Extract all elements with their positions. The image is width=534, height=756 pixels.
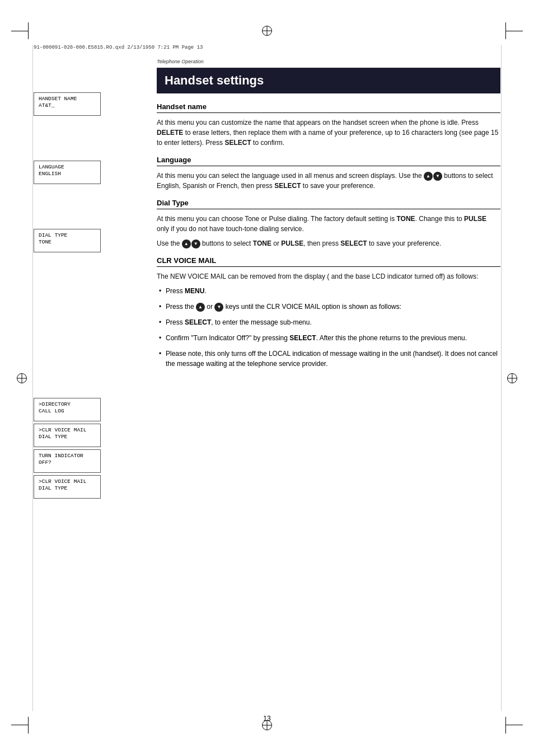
print-header: 91-000091-020-000.E5815.RO.qxd 2/13/1950… (34, 45, 500, 50)
bullet-item: Please note, this only turns off the LOC… (157, 349, 500, 369)
screen-dial-type: DIAL TYPE TONE (34, 229, 101, 252)
section-heading-clr-voice-mail: CLR VOICE MAIL (157, 256, 500, 267)
clr-voice-mail-intro: The NEW VOICE MAIL can be removed from t… (157, 271, 500, 281)
crop-mark (506, 725, 523, 725)
crop-mark (28, 717, 29, 734)
bullet-item: Press MENU. (157, 286, 500, 296)
page-number: 13 (263, 715, 270, 722)
nav-down-icon-menu: ▼ (214, 303, 223, 312)
section-heading-language: Language (157, 156, 500, 166)
language-text: At this menu you can select the language… (157, 171, 500, 191)
nav-up-icon-menu: ▲ (196, 303, 205, 312)
registration-mark-top (262, 26, 272, 36)
dial-type-text-2: Use the ▲ ▼ buttons to select TONE or PU… (157, 238, 500, 248)
section-label: Telephone Operation (157, 59, 500, 64)
nav-icons-menu: ▲ (196, 303, 205, 312)
crop-mark (505, 717, 506, 734)
bullet-item: Press the ▲ or ▼ keys until the CLR VOIC… (157, 302, 500, 312)
crop-mark (28, 22, 29, 39)
device-screens-column: HANDSET NAME AT&T_ LANGUAGE ENGLISH DIAL… (34, 59, 146, 711)
main-text-column: Telephone Operation Handset settings Han… (146, 59, 500, 711)
clr-voice-mail-bullets: Press MENU. Press the ▲ or ▼ keys until … (157, 286, 500, 369)
crop-mark (506, 31, 523, 31)
page-title: Handset settings (165, 73, 493, 88)
crop-mark (11, 31, 28, 31)
page-title-bar: Handset settings (157, 68, 500, 93)
side-rule-right (501, 45, 502, 711)
registration-mark-right (507, 373, 517, 383)
nav-icons-menu-down: ▼ (214, 303, 223, 312)
nav-icons-language: ▲ ▼ (424, 172, 442, 181)
nav-up-icon-dial: ▲ (182, 240, 191, 248)
screen-clr-voice-mail-2: >CLR VOICE MAIL DIAL TYPE (34, 475, 101, 499)
bullet-item: Confirm "Turn Indicator Off?" by pressin… (157, 333, 500, 343)
section-heading-handset-name: Handset name (157, 102, 500, 113)
section-heading-dial-type: Dial Type (157, 199, 500, 209)
nav-up-icon: ▲ (424, 172, 433, 181)
screen-clr-voice-mail-1: >CLR VOICE MAIL DIAL TYPE (34, 424, 101, 447)
screen-turn-indicator: TURN INDICATOR OFF? (34, 449, 101, 473)
bullet-item: Press SELECT, to enter the message sub-m… (157, 317, 500, 327)
screen-handset-name: HANDSET NAME AT&T_ (34, 92, 101, 116)
crop-mark (505, 22, 506, 39)
page-content: HANDSET NAME AT&T_ LANGUAGE ENGLISH DIAL… (34, 59, 500, 711)
screen-language: LANGUAGE ENGLISH (34, 161, 101, 184)
crop-mark (11, 725, 28, 725)
side-rule-left (32, 45, 33, 711)
screen-directory: >DIRECTORY CALL LOG (34, 398, 101, 421)
dial-type-text-1: At this menu you can choose Tone or Puls… (157, 214, 500, 234)
nav-down-icon-dial: ▼ (191, 240, 200, 248)
registration-mark-left (17, 373, 27, 383)
nav-icons-dial-type: ▲ ▼ (182, 240, 200, 248)
handset-name-text: At this menu you can customize the name … (157, 118, 500, 148)
nav-down-icon: ▼ (433, 172, 442, 181)
